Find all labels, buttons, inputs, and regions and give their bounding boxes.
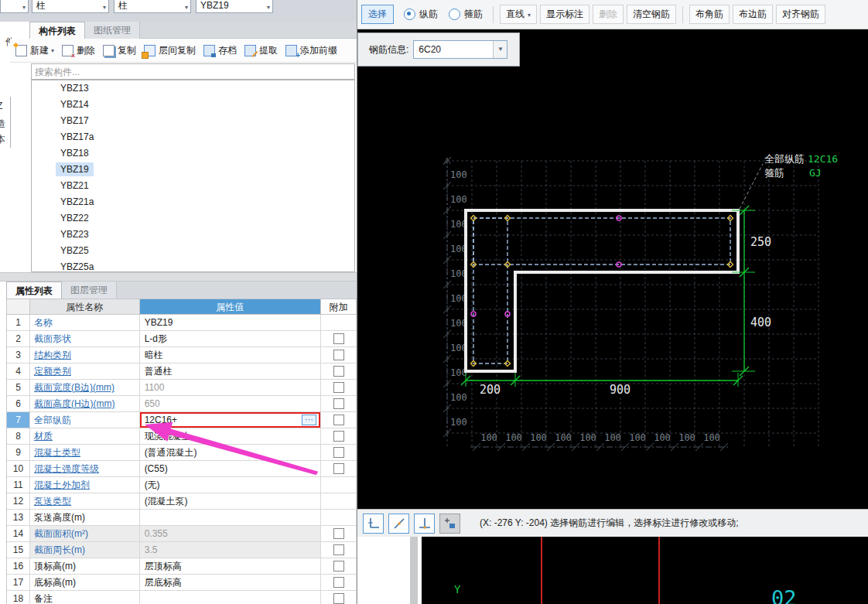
- property-value-cell[interactable]: (普通混凝土): [140, 445, 321, 461]
- property-value-cell[interactable]: [140, 591, 321, 604]
- type-combo[interactable]: 柱▾: [114, 0, 191, 13]
- attach-checkbox[interactable]: [333, 398, 344, 409]
- archive-button[interactable]: 存档: [201, 43, 239, 59]
- partial-combo[interactable]: ▾: [0, 0, 29, 13]
- corner-rebar-button[interactable]: 布角筋: [689, 5, 730, 24]
- show-annotation-button[interactable]: 显示标注: [540, 5, 589, 24]
- property-name-cell[interactable]: 混凝土类型: [30, 445, 140, 461]
- property-value-cell[interactable]: 1100: [140, 380, 321, 396]
- attach-checkbox[interactable]: [333, 593, 344, 604]
- radio-longitudinal[interactable]: 纵筋: [404, 8, 438, 21]
- copy-button[interactable]: 复制: [101, 43, 138, 59]
- property-name-cell[interactable]: 截面周长(m): [30, 542, 140, 558]
- property-value-cell[interactable]: YBZ19: [140, 315, 321, 331]
- property-name-cell[interactable]: 混凝土外加剂: [30, 477, 140, 493]
- attach-checkbox[interactable]: [333, 431, 344, 442]
- list-item[interactable]: YBZ13: [32, 80, 354, 97]
- property-name-cell[interactable]: 结构类别: [30, 347, 140, 363]
- property-name-label: 备注: [34, 593, 53, 604]
- property-name-cell[interactable]: 定额类别: [30, 363, 140, 380]
- property-value-cell[interactable]: 3.5: [140, 542, 321, 558]
- property-value-cell[interactable]: L-d形: [140, 331, 321, 347]
- perpendicular-snap-button[interactable]: [414, 514, 435, 534]
- select-button[interactable]: 选择: [361, 5, 394, 24]
- property-value-cell[interactable]: 0.355: [140, 526, 321, 542]
- attach-checkbox[interactable]: [333, 561, 344, 572]
- list-item[interactable]: YBZ21: [32, 178, 354, 194]
- ortho-axis-button[interactable]: [363, 514, 384, 534]
- property-name-cell[interactable]: 材质: [30, 428, 140, 445]
- property-value-cell[interactable]: 层底标高: [140, 575, 321, 591]
- add-prefix-button[interactable]: 添加前缀: [283, 43, 340, 59]
- property-name-cell[interactable]: 混凝土强度等级: [30, 461, 140, 477]
- property-name-cell[interactable]: 全部纵筋: [30, 412, 140, 428]
- delete-doc-button[interactable]: 删除: [60, 43, 97, 59]
- attach-checkbox[interactable]: [333, 544, 344, 555]
- attach-checkbox[interactable]: [333, 463, 344, 474]
- attach-checkbox[interactable]: [333, 415, 344, 425]
- tab-property-list[interactable]: 属性列表: [6, 282, 62, 299]
- search-input[interactable]: [31, 63, 355, 80]
- property-value-cell[interactable]: 普通柱: [140, 363, 321, 380]
- component-combo[interactable]: YBZ19▾: [196, 0, 273, 13]
- property-name-cell[interactable]: 名称: [30, 315, 140, 331]
- list-item[interactable]: YBZ21a: [32, 194, 354, 210]
- property-name-cell[interactable]: 截面面积(m²): [30, 526, 140, 542]
- new-doc-button[interactable]: 新建▾: [13, 43, 56, 59]
- property-name-cell[interactable]: 截面高度(H边)(mm): [30, 396, 140, 412]
- extract-button[interactable]: 提取: [242, 43, 280, 59]
- attach-checkbox[interactable]: [333, 447, 344, 458]
- line-button[interactable]: 直线▾: [500, 5, 537, 24]
- rebar-info-combo[interactable]: 6C20 ▼: [413, 40, 507, 59]
- tab-drawing-manage[interactable]: 图纸管理: [85, 22, 140, 39]
- point-snap-button[interactable]: [439, 514, 460, 534]
- clear-rebar-button[interactable]: 清空钢筋: [627, 5, 676, 24]
- attach-checkbox[interactable]: [333, 366, 344, 377]
- delete-button[interactable]: 删除: [593, 5, 624, 24]
- property-value-cell[interactable]: [140, 510, 321, 526]
- property-name-cell[interactable]: 截面形状: [30, 331, 140, 347]
- list-item[interactable]: YBZ25: [32, 243, 354, 259]
- property-name-cell[interactable]: 备注: [30, 591, 140, 604]
- list-item[interactable]: YBZ18: [32, 145, 354, 162]
- layer-copy-button[interactable]: 层间复制: [142, 43, 198, 59]
- scrollbar[interactable]: [410, 537, 418, 604]
- list-item[interactable]: YBZ22: [32, 210, 354, 227]
- property-value-cell[interactable]: (混凝土泵): [140, 493, 321, 510]
- ellipsis-button[interactable]: ⋯: [302, 415, 316, 425]
- tab-component-list[interactable]: 构件列表: [29, 22, 85, 39]
- property-value-cell[interactable]: (C55): [140, 461, 321, 477]
- attach-checkbox[interactable]: [333, 528, 344, 539]
- tab-layer-manage[interactable]: 图层管理: [62, 282, 117, 299]
- edge-rebar-button[interactable]: 布边筋: [733, 5, 773, 24]
- attach-checkbox[interactable]: [333, 333, 344, 344]
- list-item[interactable]: YBZ17: [32, 113, 354, 129]
- category-combo[interactable]: 柱▾: [32, 0, 109, 13]
- property-name-cell[interactable]: 泵送类型: [30, 493, 140, 510]
- property-value-cell[interactable]: (无): [140, 477, 321, 493]
- property-name-cell[interactable]: 泵送高度(m): [30, 510, 140, 526]
- property-value-cell[interactable]: 现浇混凝土: [140, 428, 321, 445]
- list-item[interactable]: YBZ14: [32, 97, 354, 113]
- list-item[interactable]: YBZ25a: [32, 259, 354, 272]
- list-item[interactable]: YBZ23: [32, 227, 354, 243]
- secondary-viewport[interactable]: Y 02: [422, 537, 868, 604]
- property-name-cell[interactable]: 截面宽度(B边)(mm): [30, 380, 140, 396]
- horizontal-splitter[interactable]: [0, 272, 357, 282]
- property-value-cell[interactable]: 12C16+⋯: [140, 412, 321, 428]
- attach-checkbox[interactable]: [333, 350, 344, 360]
- property-value-cell[interactable]: 650: [140, 396, 321, 412]
- property-value-cell[interactable]: 暗柱: [140, 347, 321, 363]
- align-rebar-button[interactable]: 对齐钢筋: [776, 5, 825, 24]
- property-name-cell[interactable]: 底标高(m): [30, 575, 140, 591]
- row-index-cell: 2: [7, 331, 30, 347]
- property-name-cell[interactable]: 顶标高(m): [30, 558, 140, 575]
- attach-checkbox[interactable]: [333, 382, 344, 393]
- list-item[interactable]: YBZ17a: [32, 129, 354, 145]
- line-snap-button[interactable]: [388, 514, 409, 534]
- cad-viewport[interactable]: 1001001001001001001001001001001001001001…: [357, 29, 868, 509]
- property-value-cell[interactable]: 层顶标高: [140, 558, 321, 575]
- attach-checkbox[interactable]: [333, 577, 344, 588]
- list-item[interactable]: YBZ19: [32, 162, 354, 178]
- radio-stirrup[interactable]: 箍筋: [449, 8, 483, 21]
